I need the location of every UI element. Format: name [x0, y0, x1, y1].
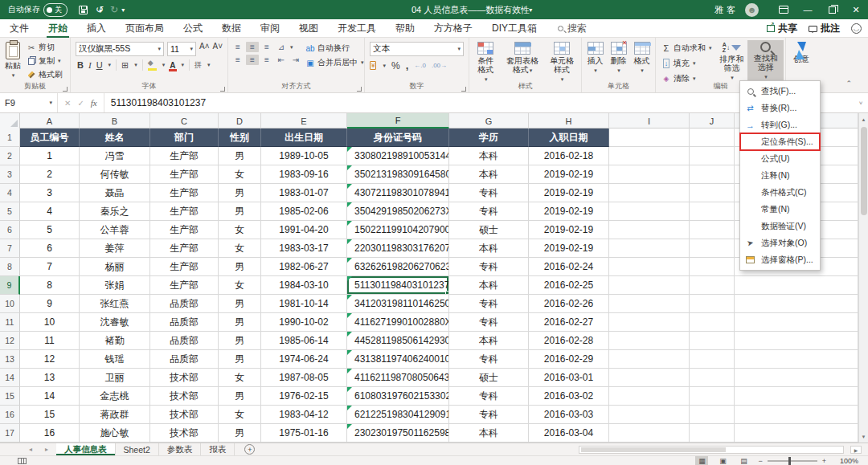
cell-I6[interactable] [609, 221, 690, 239]
cell-H14[interactable]: 2016-03-01 [529, 369, 609, 387]
cell-K10[interactable] [735, 295, 858, 313]
vertical-scrollbar[interactable]: ▲ ▼ [858, 113, 868, 443]
cell-F4[interactable]: 430721198301078941 [347, 184, 449, 202]
cell-C12[interactable]: 品质部 [150, 332, 219, 350]
cell-C8[interactable]: 生产部 [150, 258, 219, 276]
accounting-format-button[interactable]: ¥ [370, 61, 376, 70]
sheet-tab-报表[interactable]: 报表 [201, 443, 235, 455]
cell-styles-button[interactable]: 单元格样式▾ [544, 40, 579, 85]
sheet-tab-Sheet2[interactable]: Sheet2 [116, 443, 159, 455]
autosave-toggle-pill[interactable]: 关 [43, 3, 68, 17]
align-center-button[interactable]: ≡ [246, 55, 259, 65]
ribbon-tab-文件[interactable]: 文件 [0, 19, 39, 38]
cell-D5[interactable]: 男 [219, 202, 261, 221]
cell-B2[interactable]: 冯雪 [80, 147, 150, 165]
restore-button[interactable] [820, 0, 844, 19]
ribbon-tab-数据[interactable]: 数据 [212, 19, 251, 38]
cell-K11[interactable] [735, 313, 858, 332]
cell-I4[interactable] [609, 184, 690, 202]
cell-K13[interactable] [735, 350, 858, 369]
number-dialog-launcher-icon[interactable] [461, 87, 466, 92]
cell-H6[interactable]: 2019-02-19 [529, 221, 609, 239]
zoom-thumb[interactable] [788, 457, 791, 465]
ribbon-display-options-button[interactable] [772, 0, 796, 19]
cell-A4[interactable]: 3 [20, 184, 80, 202]
cell-C6[interactable]: 生产部 [150, 221, 219, 239]
menu-item[interactable]: 查找(F)... [740, 83, 820, 100]
row-header-17[interactable]: 17 [0, 424, 20, 443]
cell-B3[interactable]: 何传敏 [80, 165, 150, 184]
cell-B4[interactable]: 聂晶 [80, 184, 150, 202]
row-header-6[interactable]: 6 [0, 221, 20, 239]
cell-G2[interactable]: 本科 [449, 147, 529, 165]
column-header-H[interactable]: H [529, 113, 609, 128]
ideas-button[interactable]: 创意 [788, 40, 815, 65]
cell-C10[interactable]: 品质部 [150, 295, 219, 313]
cell-A5[interactable]: 4 [20, 202, 80, 221]
ribbon-tab-审阅[interactable]: 审阅 [251, 19, 289, 38]
cell-C2[interactable]: 生产部 [150, 147, 219, 165]
cell-H2[interactable]: 2016-02-18 [529, 147, 609, 165]
cell-J2[interactable] [690, 147, 735, 165]
insert-cells-button[interactable]: 插入▾ [584, 40, 607, 76]
cell-G4[interactable]: 专科 [449, 184, 529, 202]
macro-record-icon[interactable] [18, 458, 27, 464]
cell-F7[interactable]: 220301198303176207 [347, 239, 449, 258]
grow-font-button[interactable]: A˄ [199, 42, 210, 56]
fill-handle[interactable] [445, 291, 449, 295]
cell-E9[interactable]: 1984-03-10 [261, 276, 347, 295]
menu-item[interactable]: 数据验证(V) [740, 218, 820, 235]
menu-item[interactable]: →转到(G)... [740, 116, 820, 133]
ribbon-tab-公式[interactable]: 公式 [174, 19, 212, 38]
qat-more-icon[interactable]: ▾ [121, 6, 125, 14]
cell-E4[interactable]: 1983-01-07 [261, 184, 347, 202]
horizontal-scrollbar[interactable] [579, 446, 844, 454]
row-header-1[interactable]: 1 [0, 128, 20, 147]
cell-D3[interactable]: 女 [219, 165, 261, 184]
cell-I7[interactable] [609, 239, 690, 258]
page-break-view-button[interactable]: ▤ [737, 456, 750, 465]
decrease-indent-button[interactable]: ⇤ [275, 55, 288, 65]
cell-K12[interactable] [735, 332, 858, 350]
enter-icon[interactable]: ✓ [77, 99, 84, 108]
cell-E6[interactable]: 1991-04-20 [261, 221, 347, 239]
cell-A1[interactable]: 员工编号 [20, 128, 80, 147]
font-dialog-launcher-icon[interactable] [220, 87, 225, 92]
cell-C14[interactable]: 技术部 [150, 369, 219, 387]
comments-button[interactable]: 批注 [809, 22, 840, 35]
underline-button[interactable]: U [96, 60, 103, 70]
ribbon-tab-插入[interactable]: 插入 [77, 19, 116, 38]
menu-item[interactable]: 公式(U) [740, 150, 820, 167]
scroll-right-icon[interactable]: ▶ [850, 446, 862, 454]
autosave-toggle[interactable]: 自动保存 关 [8, 3, 68, 17]
cell-I17[interactable] [609, 424, 690, 443]
cell-B10[interactable]: 张红燕 [80, 295, 150, 313]
cell-B17[interactable]: 施心敏 [80, 424, 150, 443]
avatar[interactable]: ☻ [745, 3, 759, 17]
fill-color-button[interactable] [148, 61, 157, 70]
cell-A12[interactable]: 11 [20, 332, 80, 350]
cell-C3[interactable]: 生产部 [150, 165, 219, 184]
cell-D9[interactable]: 女 [219, 276, 261, 295]
row-header-11[interactable]: 11 [0, 313, 20, 332]
cell-D7[interactable]: 女 [219, 239, 261, 258]
cell-F1[interactable]: 身份证号码 [347, 128, 449, 147]
copy-button[interactable]: 复制▾ [24, 55, 65, 67]
cell-I14[interactable] [609, 369, 690, 387]
cell-J14[interactable] [690, 369, 735, 387]
cell-G16[interactable]: 专科 [449, 406, 529, 424]
cell-B9[interactable]: 张娟 [80, 276, 150, 295]
align-left-button[interactable]: ≡ [231, 55, 244, 65]
expand-formula-bar-icon[interactable]: ˅ [854, 100, 868, 107]
cell-J17[interactable] [690, 424, 735, 443]
cell-D16[interactable]: 女 [219, 406, 261, 424]
cell-F11[interactable]: 41162719901002880X [347, 313, 449, 332]
cell-G9[interactable]: 本科 [449, 276, 529, 295]
cell-B5[interactable]: 秦乐之 [80, 202, 150, 221]
cell-G1[interactable]: 学历 [449, 128, 529, 147]
cell-C7[interactable]: 生产部 [150, 239, 219, 258]
cell-H1[interactable]: 入职日期 [529, 128, 609, 147]
cell-G3[interactable]: 本科 [449, 165, 529, 184]
cell-J6[interactable] [690, 221, 735, 239]
cell-H12[interactable]: 2016-02-28 [529, 332, 609, 350]
